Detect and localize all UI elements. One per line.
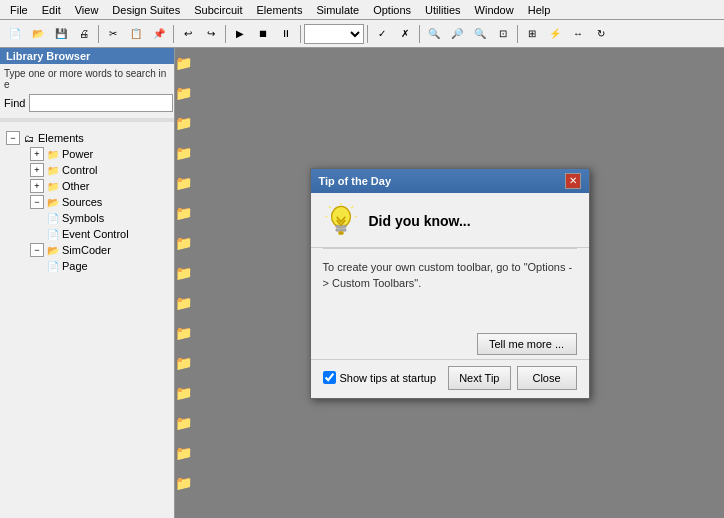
left-panel: Library Browser Type one or more words t…: [0, 48, 175, 518]
simcoder-label: SimCoder: [62, 244, 111, 256]
elements-expander[interactable]: −: [6, 131, 20, 145]
next-tip-button[interactable]: Next Tip: [448, 366, 510, 390]
menu-window[interactable]: Window: [469, 2, 520, 18]
control-label: Control: [62, 164, 97, 176]
tree-item-power[interactable]: + 📁 Power: [2, 146, 172, 162]
toolbar-save[interactable]: 💾: [50, 23, 72, 45]
tree-item-simcoder[interactable]: − 📂 SimCoder: [2, 242, 172, 258]
menu-design-suites[interactable]: Design Suites: [106, 2, 186, 18]
toolbar-rotate[interactable]: ↻: [590, 23, 612, 45]
show-tips-label: Show tips at startup: [340, 372, 437, 384]
toolbar-search[interactable]: 🔍: [423, 23, 445, 45]
dialog-titlebar: Tip of the Day ✕: [311, 169, 589, 193]
sep2: [173, 25, 174, 43]
main-content: 📁 📁 📁 📁 📁 📁 📁 📁 📁 📁 📁 📁 📁 📁 📁 Tip of the…: [175, 48, 724, 518]
tree-item-symbols[interactable]: 📄 Symbols: [2, 210, 172, 226]
simcoder-icon: 📂: [46, 243, 60, 257]
toolbar-wire[interactable]: ⚡: [544, 23, 566, 45]
show-tips-row: Show tips at startup: [323, 371, 437, 384]
toolbar-fit[interactable]: ⊡: [492, 23, 514, 45]
sources-icon: 📂: [46, 195, 60, 209]
main-layout: Library Browser Type one or more words t…: [0, 48, 724, 518]
toolbar-x[interactable]: ✗: [394, 23, 416, 45]
dialog-body-text: To create your own custom toolbar, go to…: [323, 261, 573, 290]
panel-divider: [0, 118, 174, 122]
menu-subcircuit[interactable]: Subcircuit: [188, 2, 248, 18]
symbols-label: Symbols: [62, 212, 104, 224]
toolbar-btn3[interactable]: ⏹: [252, 23, 274, 45]
power-expander[interactable]: +: [30, 147, 44, 161]
svg-line-3: [351, 206, 353, 208]
dialog-title: Tip of the Day: [319, 175, 392, 187]
toolbar-btn1[interactable]: 🖨: [73, 23, 95, 45]
power-label: Power: [62, 148, 93, 160]
event-control-label: Event Control: [62, 228, 129, 240]
sources-expander[interactable]: −: [30, 195, 44, 209]
other-icon: 📁: [46, 179, 60, 193]
menu-help[interactable]: Help: [522, 2, 557, 18]
toolbar-btn4[interactable]: ⏸: [275, 23, 297, 45]
toolbar-undo[interactable]: ↩: [177, 23, 199, 45]
simcoder-expander[interactable]: −: [30, 243, 44, 257]
tell-me-more-button[interactable]: Tell me more ...: [477, 333, 577, 355]
toolbar-copy[interactable]: 📋: [125, 23, 147, 45]
tree-item-other[interactable]: + 📁 Other: [2, 178, 172, 194]
sep6: [419, 25, 420, 43]
tree-item-page[interactable]: 📄 Page: [2, 258, 172, 274]
toolbar-cut[interactable]: ✂: [102, 23, 124, 45]
power-icon: 📁: [46, 147, 60, 161]
toolbar-btn2[interactable]: ▶: [229, 23, 251, 45]
symbols-icon: 📄: [46, 211, 60, 225]
svg-line-2: [329, 206, 331, 208]
menu-options[interactable]: Options: [367, 2, 417, 18]
close-button[interactable]: Close: [517, 366, 577, 390]
sep5: [367, 25, 368, 43]
page-icon: 📄: [46, 259, 60, 273]
other-expander[interactable]: +: [30, 179, 44, 193]
menu-simulate[interactable]: Simulate: [310, 2, 365, 18]
dialog-tell-more-row: Tell me more ...: [311, 329, 589, 359]
menu-edit[interactable]: Edit: [36, 2, 67, 18]
toolbar-paste[interactable]: 📌: [148, 23, 170, 45]
menu-elements[interactable]: Elements: [251, 2, 309, 18]
menu-utilities[interactable]: Utilities: [419, 2, 466, 18]
menu-bar: File Edit View Design Suites Subcircuit …: [0, 0, 724, 20]
toolbar-zoom-out[interactable]: 🔍: [469, 23, 491, 45]
sep4: [300, 25, 301, 43]
dialog-close-icon[interactable]: ✕: [565, 173, 581, 189]
sep1: [98, 25, 99, 43]
toolbar-check[interactable]: ✓: [371, 23, 393, 45]
dialog-action-buttons: Next Tip Close: [448, 366, 576, 390]
panel-find-input[interactable]: [29, 94, 173, 112]
tip-of-the-day-dialog: Tip of the Day ✕: [310, 168, 590, 399]
toolbar-redo[interactable]: ↪: [200, 23, 222, 45]
tree-item-elements[interactable]: − 🗂 Elements: [2, 130, 172, 146]
toolbar-dropdown[interactable]: [304, 24, 364, 44]
svg-rect-7: [335, 228, 345, 231]
dialog-header-text: Did you know...: [369, 213, 471, 229]
sources-label: Sources: [62, 196, 102, 208]
menu-view[interactable]: View: [69, 2, 105, 18]
menu-file[interactable]: File: [4, 2, 34, 18]
toolbar-open[interactable]: 📂: [27, 23, 49, 45]
sep3: [225, 25, 226, 43]
tree-item-control[interactable]: + 📁 Control: [2, 162, 172, 178]
toolbar-zoom-in[interactable]: 🔎: [446, 23, 468, 45]
toolbar-grid[interactable]: ⊞: [521, 23, 543, 45]
panel-find-row: Find: [0, 92, 174, 114]
dialog-header: Did you know...: [311, 193, 589, 248]
toolbar-new[interactable]: 📄: [4, 23, 26, 45]
tree-item-sources[interactable]: − 📂 Sources: [2, 194, 172, 210]
tree-item-event-control[interactable]: 📄 Event Control: [2, 226, 172, 242]
dialog-body: To create your own custom toolbar, go to…: [311, 249, 589, 329]
event-control-icon: 📄: [46, 227, 60, 241]
control-expander[interactable]: +: [30, 163, 44, 177]
toolbar-move[interactable]: ↔: [567, 23, 589, 45]
other-label: Other: [62, 180, 90, 192]
svg-point-0: [331, 206, 350, 227]
page-label: Page: [62, 260, 88, 272]
panel-title: Library Browser: [0, 48, 174, 64]
show-tips-checkbox[interactable]: [323, 371, 336, 384]
panel-find-label: Find: [4, 97, 25, 109]
dialog-overlay: Tip of the Day ✕: [175, 48, 724, 518]
